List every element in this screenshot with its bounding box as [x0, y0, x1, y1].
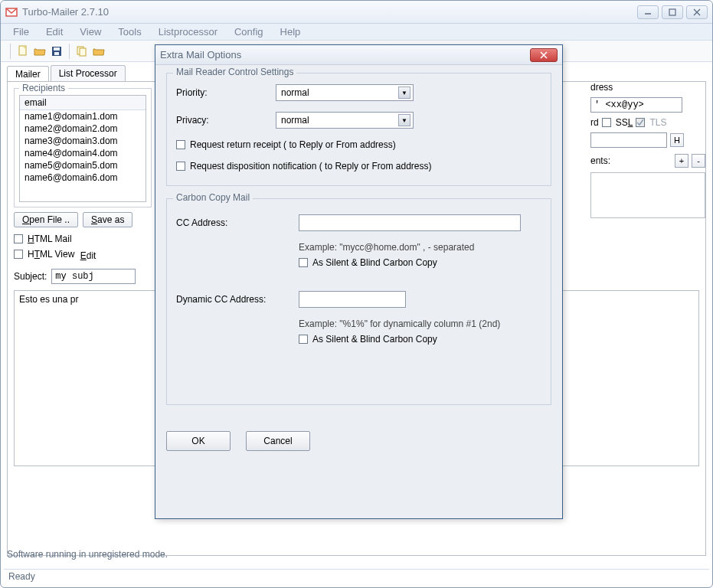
close-button[interactable] [686, 5, 708, 19]
cancel-button[interactable]: Cancel [246, 431, 310, 451]
return-receipt-checkbox[interactable]: Request return receipt ( to Reply or Fro… [176, 139, 396, 150]
app-icon [5, 6, 18, 18]
recipients-group: Recipients email name1@domain1.dom name2… [14, 88, 152, 207]
list-item[interactable]: name1@domain1.dom [20, 110, 146, 122]
maximize-button[interactable] [662, 5, 683, 19]
copy-icon[interactable] [74, 44, 90, 59]
cc-address-label: CC Address: [176, 217, 299, 228]
tab-mailer[interactable]: Mailer [7, 66, 49, 82]
subject-input[interactable] [51, 269, 136, 284]
menu-listprocessor[interactable]: Listprocessor [151, 24, 225, 39]
recipients-list[interactable]: email name1@domain1.dom name2@domain2.do… [19, 95, 146, 202]
chevron-down-icon: ▼ [398, 114, 410, 126]
dialog-close-button[interactable] [530, 48, 558, 62]
from-input[interactable] [590, 97, 682, 113]
fieldset-legend: Carbon Copy Mail [173, 192, 253, 203]
save-as-button[interactable]: Save as [83, 212, 132, 227]
svg-rect-2 [669, 9, 675, 15]
priority-label: Priority: [176, 87, 276, 98]
privacy-label: Privacy: [176, 115, 276, 126]
list-item[interactable]: name3@domain3.dom [20, 135, 146, 147]
cc-example-text: Example: "mycc@home.dom" , - separated [299, 242, 541, 253]
extra-mail-options-dialog: Extra Mail Options Mail Reader Control S… [155, 44, 563, 519]
menu-view[interactable]: View [72, 24, 109, 39]
right-panel: dress rd SSL TLS H ents:+- [590, 82, 705, 218]
svg-rect-7 [54, 47, 60, 51]
dress-label: dress [590, 82, 613, 93]
svg-rect-8 [54, 52, 59, 55]
tls-checkbox[interactable]: TLS [636, 117, 666, 128]
title-bar: Turbo-Mailer 2.7.10 [1, 1, 712, 24]
carbon-copy-fieldset: Carbon Copy Mail CC Address: Example: "m… [166, 198, 551, 405]
unregistered-status: Software running in unregistered mode. [7, 546, 706, 563]
open-folder2-icon[interactable] [91, 44, 106, 59]
mail-reader-settings-fieldset: Mail Reader Control Settings Priority: n… [166, 73, 551, 186]
ssl-checkbox[interactable]: SSL [602, 117, 633, 128]
cc-address-input[interactable] [299, 214, 521, 231]
list-item[interactable]: name6@domain6.dom [20, 172, 146, 184]
h-button[interactable]: H [670, 133, 684, 147]
disposition-notification-checkbox[interactable]: Request disposition notification ( to Re… [176, 161, 431, 172]
menu-help[interactable]: Help [273, 24, 309, 39]
window-title: Turbo-Mailer 2.7.10 [22, 6, 637, 18]
tab-listprocessor[interactable]: List Processor [51, 65, 126, 81]
dynamic-cc-example-text: Example: "%1%" for dynamically column #1… [299, 318, 541, 329]
edit-link[interactable]: Edit [80, 250, 96, 261]
fieldset-legend: Mail Reader Control Settings [173, 67, 296, 77]
ok-button[interactable]: OK [166, 431, 231, 451]
status-bar: Ready [4, 569, 709, 584]
cc-silent-checkbox[interactable]: As Silent & Blind Carbon Copy [299, 257, 437, 268]
add-button[interactable]: + [675, 154, 688, 168]
dynamic-cc-label: Dynamic CC Address: [176, 294, 299, 305]
recipients-title: Recipients [19, 83, 68, 93]
server-input[interactable] [590, 132, 667, 148]
priority-select[interactable]: normal ▼ [276, 84, 414, 101]
menu-tools[interactable]: Tools [110, 24, 149, 39]
open-file-button[interactable]: OOpen File ..pen File .. [14, 212, 78, 227]
html-view-checkbox[interactable]: HTML View [14, 249, 74, 260]
dialog-title: Extra Mail Options [160, 49, 530, 60]
dialog-title-bar: Extra Mail Options [155, 45, 562, 65]
menu-bar: File Edit View Tools Listprocessor Confi… [1, 24, 712, 41]
attachments-list[interactable] [590, 172, 705, 218]
svg-rect-10 [80, 48, 86, 56]
privacy-select[interactable]: normal ▼ [276, 112, 414, 129]
minimize-button[interactable] [637, 5, 659, 19]
dynamic-cc-input[interactable] [299, 291, 406, 308]
subject-label: Subject: [14, 271, 47, 282]
menu-file[interactable]: File [5, 24, 37, 39]
list-item[interactable]: name2@domain2.dom [20, 122, 146, 135]
remove-button[interactable]: - [692, 154, 705, 168]
html-mail-checkbox[interactable]: HTML Mail [14, 234, 72, 244]
open-folder-icon[interactable] [32, 44, 47, 59]
dynamic-cc-silent-checkbox[interactable]: As Silent & Blind Carbon Copy [299, 334, 437, 345]
recipients-header: email [20, 96, 146, 110]
save-icon[interactable] [49, 44, 64, 59]
menu-edit[interactable]: Edit [38, 24, 70, 39]
list-item[interactable]: name5@domain5.dom [20, 159, 146, 172]
menu-config[interactable]: Config [227, 24, 271, 39]
list-item[interactable]: name4@domain4.dom [20, 147, 146, 159]
chevron-down-icon: ▼ [398, 87, 410, 99]
new-file-icon[interactable] [15, 44, 31, 59]
